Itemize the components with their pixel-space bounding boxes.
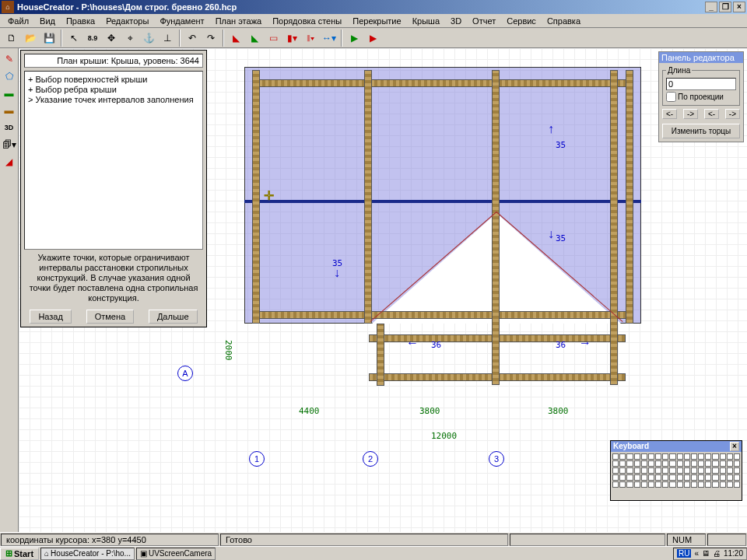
projection-checkbox[interactable]: По проекции bbox=[666, 92, 736, 102]
tool-paint-icon[interactable]: ◢ bbox=[2, 154, 17, 170]
next-button[interactable]: Дальше bbox=[149, 310, 198, 324]
keyboard-panel[interactable]: Keyboard× bbox=[610, 440, 742, 501]
keyboard-title: Keyboard bbox=[613, 442, 649, 451]
move-right2-button[interactable]: -> bbox=[725, 109, 740, 119]
divider bbox=[179, 30, 181, 47]
tool-beam-icon[interactable]: ▬ bbox=[2, 86, 17, 101]
status-ready: Готово bbox=[220, 534, 508, 546]
new-icon[interactable]: 🗋 bbox=[3, 30, 20, 47]
dim-36: 36 bbox=[431, 340, 441, 350]
dim-12000: 12000 bbox=[431, 431, 457, 441]
app-icon: ⌂ bbox=[44, 549, 49, 558]
flag-red-icon[interactable]: ▶ bbox=[364, 30, 381, 47]
divider bbox=[61, 30, 62, 47]
tool-snap-icon[interactable]: ⌖ bbox=[121, 30, 139, 47]
tray-icon[interactable]: 🖥 bbox=[702, 549, 710, 558]
start-button[interactable]: ⊞ Start bbox=[0, 548, 39, 560]
tool-rafter-icon[interactable]: ▬ bbox=[2, 103, 17, 118]
menubar: Файл Вид Правка Редакторы Фундамент План… bbox=[0, 14, 747, 28]
drawing-canvas[interactable]: ↑ 35 ↓ 35 ↓ 35 36 ← 36 → 2000 4400 3800 … bbox=[19, 48, 747, 532]
menu-wallorder[interactable]: Порядовка стены bbox=[268, 16, 346, 26]
back-button[interactable]: Назад bbox=[30, 310, 72, 324]
dim-35: 35 bbox=[556, 140, 566, 150]
menu-editors[interactable]: Редакторы bbox=[101, 16, 153, 26]
cursor-coords: координаты курсора: x=380 y=4450 bbox=[1, 534, 219, 546]
move-right-button[interactable]: -> bbox=[683, 109, 698, 119]
paint-green-icon[interactable]: ◣ bbox=[246, 30, 263, 47]
window-title: HouseCreator - P:\houses\Дом строг. брев… bbox=[17, 2, 237, 12]
length-input[interactable] bbox=[666, 78, 736, 90]
arrow-up-icon: ↑ bbox=[548, 122, 554, 136]
tool-coords-icon[interactable]: 8.9 bbox=[84, 30, 101, 47]
cancel-button[interactable]: Отмена bbox=[86, 310, 134, 324]
arrow-down-icon: ↓ bbox=[548, 227, 554, 241]
menu-3d[interactable]: 3D bbox=[446, 16, 466, 26]
tool-move-icon[interactable]: ✥ bbox=[103, 30, 120, 47]
lang-indicator[interactable]: RU bbox=[677, 549, 691, 558]
taskbar-app-uvscreen[interactable]: ▣ UVScreenCamera bbox=[136, 548, 216, 560]
menu-file[interactable]: Файл bbox=[3, 16, 33, 26]
tool-poly-icon[interactable]: ⬠ bbox=[2, 68, 17, 84]
select-icon[interactable]: ▭ bbox=[265, 30, 282, 47]
dim-35: 35 bbox=[332, 258, 342, 268]
dim-3800: 3800 bbox=[548, 406, 569, 416]
tool-pointer-icon[interactable]: ↖ bbox=[65, 30, 82, 47]
menu-foundation[interactable]: Фундамент bbox=[155, 16, 209, 26]
tool-ortho-icon[interactable]: ⊥ bbox=[159, 30, 176, 47]
menu-view[interactable]: Вид bbox=[35, 16, 60, 26]
menu-ceiling[interactable]: Перекрытие bbox=[348, 16, 405, 26]
tray-icon[interactable]: « bbox=[694, 549, 699, 558]
beam bbox=[626, 70, 633, 324]
titlebar: ⌂ HouseCreator - P:\houses\Дом строг. бр… bbox=[0, 0, 747, 14]
menu-service[interactable]: Сервис bbox=[502, 16, 541, 26]
menu-help[interactable]: Справка bbox=[542, 16, 585, 26]
tool-copy-icon[interactable]: 🗐▾ bbox=[2, 137, 17, 152]
menu-floorplan[interactable]: План этажа bbox=[211, 16, 266, 26]
beam bbox=[252, 311, 633, 319]
tray-icon[interactable]: 🖨 bbox=[713, 549, 721, 558]
minimize-button[interactable]: _ bbox=[705, 2, 717, 12]
beam bbox=[492, 70, 500, 385]
axis-label: 2 bbox=[363, 451, 378, 467]
status-empty bbox=[510, 534, 665, 546]
keyboard-close-icon[interactable]: × bbox=[730, 442, 739, 451]
menu-report[interactable]: Отчет bbox=[468, 16, 500, 26]
tool-pencil-icon[interactable]: ✎ bbox=[2, 51, 17, 67]
wizard-steps: + Выбор поверхностей крыши + Выбор ребра… bbox=[24, 71, 203, 250]
menu-roof[interactable]: Крыша bbox=[408, 16, 444, 26]
wizard-step: + Выбор ребра крыши bbox=[28, 85, 199, 95]
restore-button[interactable]: ❐ bbox=[719, 2, 731, 12]
tool-3d-icon[interactable]: 3D bbox=[2, 120, 17, 135]
undo-icon[interactable]: ↶ bbox=[184, 30, 201, 47]
tool-anchor-icon[interactable]: ⚓ bbox=[140, 30, 157, 47]
taskbar-app-housecreator[interactable]: ⌂ HouseCreator - P:\ho... bbox=[40, 548, 135, 560]
close-button[interactable]: × bbox=[733, 2, 745, 12]
save-icon[interactable]: 💾 bbox=[40, 30, 58, 47]
paint-red-icon[interactable]: ◣ bbox=[227, 30, 244, 47]
beam bbox=[377, 324, 384, 386]
open-icon[interactable]: 📂 bbox=[22, 30, 39, 47]
cut-icon[interactable]: ▮▾ bbox=[283, 30, 300, 47]
system-tray[interactable]: RU « 🖥 🖨 11:20 bbox=[673, 548, 747, 560]
fence-icon[interactable]: ⦀▾ bbox=[302, 30, 319, 47]
axis-label: А bbox=[177, 366, 193, 381]
app-icon: ⌂ bbox=[2, 1, 14, 13]
arrow-left-icon: ← bbox=[406, 336, 419, 350]
change-ends-button[interactable]: Изменить торцы bbox=[662, 124, 740, 138]
flag-green-icon[interactable]: ▶ bbox=[345, 30, 363, 47]
wizard-step: + Выбор поверхностей крыши bbox=[28, 75, 199, 85]
menu-edit[interactable]: Правка bbox=[61, 16, 100, 26]
divider bbox=[223, 30, 224, 47]
measure-icon[interactable]: ↔▾ bbox=[321, 30, 338, 47]
left-toolbar: ✎ ⬠ ▬ ▬ 3D 🗐▾ ◢ bbox=[0, 48, 19, 532]
move-left-button[interactable]: <- bbox=[662, 109, 677, 119]
move-left2-button[interactable]: <- bbox=[704, 109, 719, 119]
dim-35: 35 bbox=[556, 233, 566, 243]
virtual-keyboard[interactable] bbox=[611, 452, 742, 489]
beam bbox=[610, 70, 618, 385]
workarea: ✎ ⬠ ▬ ▬ 3D 🗐▾ ◢ ↑ 35 ↓ 35 ↓ 35 36 bbox=[0, 48, 747, 532]
editor-panel-title: Панель редактора bbox=[659, 52, 743, 63]
redo-icon[interactable]: ↷ bbox=[202, 30, 219, 47]
status-empty2 bbox=[707, 534, 746, 546]
windows-icon: ⊞ bbox=[5, 548, 12, 558]
